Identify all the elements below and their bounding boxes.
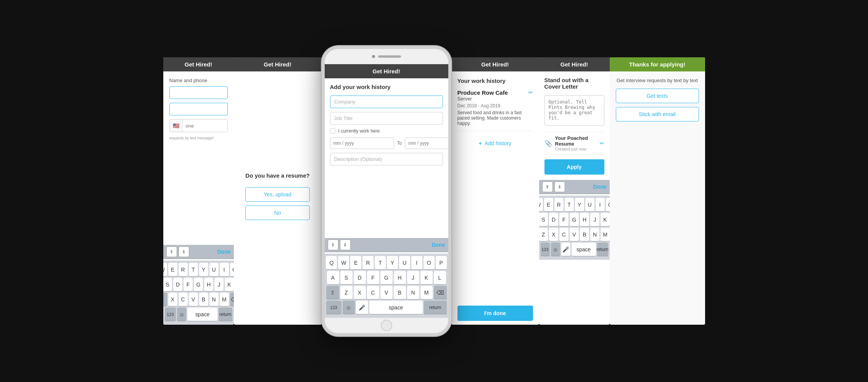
k3-O[interactable]: O [424, 256, 435, 270]
cover-letter-input[interactable] [544, 95, 604, 126]
key-K[interactable]: K [225, 278, 234, 291]
key-delete[interactable]: ⌫ [230, 293, 234, 306]
key-B[interactable]: B [199, 293, 208, 306]
key-D[interactable]: D [173, 278, 182, 291]
add-history-button[interactable]: + Add history [457, 136, 533, 151]
k3-return[interactable]: return [424, 301, 447, 314]
key-space[interactable]: space [187, 308, 217, 321]
phone-input[interactable] [183, 120, 228, 132]
k3-T[interactable]: T [375, 256, 386, 270]
k3-D[interactable]: D [354, 271, 366, 285]
key-E[interactable]: E [168, 263, 177, 277]
keyboard-done-5[interactable]: Done [593, 184, 607, 190]
k5-space[interactable]: space [572, 243, 596, 256]
k5-emoji[interactable]: ☺ [551, 243, 560, 256]
k3-emoji[interactable]: ☺ [343, 301, 355, 314]
k3-num[interactable]: 123 [326, 301, 341, 314]
key-N[interactable]: N [209, 293, 219, 306]
currently-work-checkbox[interactable] [330, 128, 335, 134]
k3-W[interactable]: W [338, 256, 349, 270]
k3-I[interactable]: I [411, 256, 422, 270]
k5-O[interactable]: O [606, 198, 610, 212]
k5-H[interactable]: H [580, 213, 589, 227]
k5-I[interactable]: I [596, 198, 605, 212]
key-G[interactable]: G [194, 278, 203, 291]
k3-A[interactable]: A [327, 271, 339, 285]
nav-up[interactable]: ⇧ [166, 246, 177, 257]
k3-B[interactable]: B [394, 286, 406, 299]
k5-T[interactable]: T [565, 198, 574, 212]
first-name-input[interactable] [169, 86, 228, 99]
k5-C[interactable]: C [559, 228, 568, 241]
k5-Y[interactable]: Y [575, 198, 584, 212]
key-I[interactable]: I [220, 263, 229, 277]
k5-S[interactable]: S [539, 213, 548, 227]
no-button[interactable]: No [245, 206, 309, 220]
k3-C[interactable]: C [367, 286, 379, 299]
keyboard-done-1[interactable]: Done [217, 249, 231, 255]
k3-shift[interactable]: ⇧ [326, 286, 339, 299]
k3-space[interactable]: space [369, 301, 423, 314]
k3-S[interactable]: S [340, 271, 353, 285]
from-date-input[interactable] [330, 138, 394, 149]
key-C[interactable]: C [179, 293, 188, 306]
k5-D[interactable]: D [549, 213, 558, 227]
key-shift[interactable]: ⇧ [163, 293, 167, 306]
k3-X[interactable]: X [354, 286, 366, 299]
key-J[interactable]: J [214, 278, 224, 291]
im-done-button[interactable]: I'm done [457, 306, 533, 321]
k3-Q[interactable]: Q [326, 256, 337, 270]
k5-R[interactable]: R [554, 198, 564, 212]
description-input[interactable] [330, 153, 443, 165]
company-input[interactable] [330, 96, 443, 108]
k5-F[interactable]: F [559, 213, 568, 227]
k3-Y[interactable]: Y [387, 256, 398, 270]
k5-J[interactable]: J [590, 213, 599, 227]
key-S[interactable]: S [163, 278, 172, 291]
key-T[interactable]: T [189, 263, 198, 277]
nav-up-3[interactable]: ⇧ [328, 240, 338, 250]
job-title-input[interactable] [330, 112, 443, 125]
k5-return[interactable]: return [597, 243, 608, 256]
k3-G[interactable]: G [380, 271, 393, 285]
to-date-input[interactable] [405, 138, 448, 149]
key-R[interactable]: R [179, 263, 188, 277]
key-V[interactable]: V [189, 293, 198, 306]
k5-K[interactable]: K [601, 213, 610, 227]
k5-E[interactable]: E [544, 198, 553, 212]
k5-Z[interactable]: Z [539, 228, 548, 241]
key-num[interactable]: 123 [165, 308, 176, 321]
k5-U[interactable]: U [585, 198, 594, 212]
k3-P[interactable]: P [436, 256, 447, 270]
k3-F[interactable]: F [367, 271, 379, 285]
key-W[interactable]: W [163, 263, 167, 277]
k3-V[interactable]: V [380, 286, 393, 299]
k3-K[interactable]: K [420, 271, 433, 285]
k5-B[interactable]: B [580, 228, 589, 241]
k3-H[interactable]: H [394, 271, 406, 285]
k5-W[interactable]: W [539, 198, 543, 212]
keyboard-done-3[interactable]: Done [432, 242, 445, 248]
k3-L[interactable]: L [434, 271, 446, 285]
key-Y[interactable]: Y [199, 263, 208, 277]
k3-E[interactable]: E [350, 256, 361, 270]
k3-M[interactable]: M [420, 286, 433, 299]
k3-U[interactable]: U [399, 256, 410, 270]
k5-N[interactable]: N [590, 228, 599, 241]
k3-J[interactable]: J [407, 271, 419, 285]
home-button[interactable] [381, 320, 392, 331]
k3-N[interactable]: N [407, 286, 419, 299]
key-F[interactable]: F [184, 278, 193, 291]
nav-down-5[interactable]: ⇩ [554, 181, 565, 192]
key-emoji[interactable]: ☺ [177, 308, 186, 321]
k3-Z[interactable]: Z [340, 286, 353, 299]
k5-mic[interactable]: 🎤 [561, 243, 570, 256]
key-M[interactable]: M [220, 293, 229, 306]
k5-G[interactable]: G [570, 213, 579, 227]
key-return[interactable]: return [219, 308, 232, 321]
nav-down-3[interactable]: ⇩ [340, 240, 351, 250]
k3-mic[interactable]: 🎤 [356, 301, 368, 314]
work-edit-icon[interactable]: ✏ [528, 89, 533, 96]
apply-button[interactable]: Apply [544, 159, 604, 175]
key-U[interactable]: U [209, 263, 219, 277]
